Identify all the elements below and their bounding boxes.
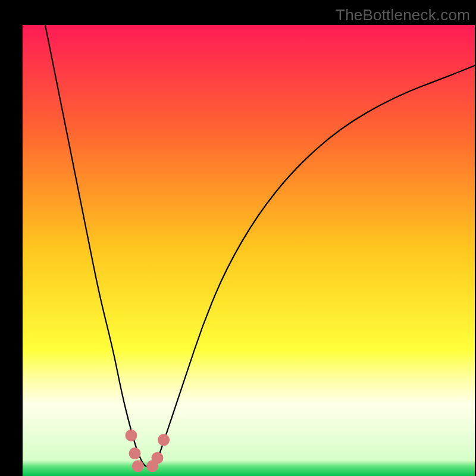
highlight-marker [151, 452, 163, 464]
highlight-marker [132, 460, 144, 472]
highlight-marker [129, 447, 140, 459]
watermark-text: TheBottleneck.com [336, 6, 470, 24]
chart-plot-area [23, 25, 475, 476]
chart-svg [23, 25, 475, 476]
chart-frame: TheBottleneck.com [0, 0, 476, 476]
highlight-marker [125, 430, 137, 441]
highlight-marker [158, 434, 170, 446]
